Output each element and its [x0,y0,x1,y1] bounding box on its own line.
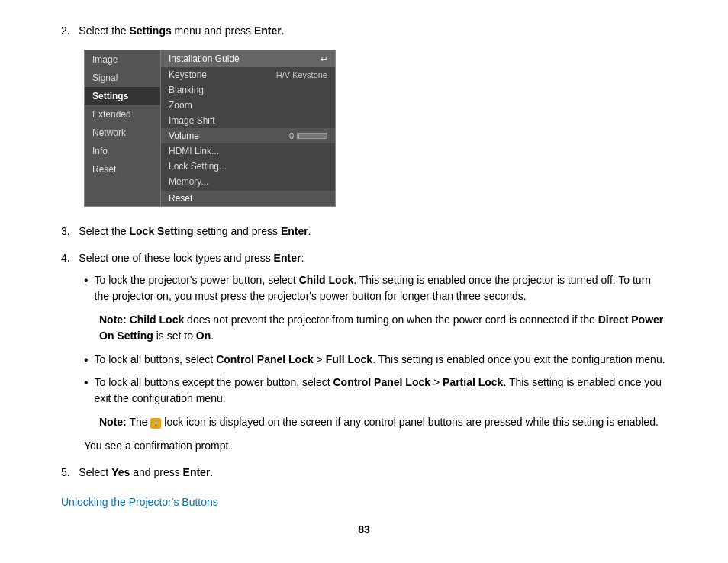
step2-suffix: menu and press [172,24,254,37]
settings-menu-screenshot: Image Signal Settings Extended Network I… [84,50,336,207]
note-1: Note: Child Lock does not prevent the pr… [99,312,667,344]
step5-end: . [210,466,213,478]
step3-bold1: Lock Setting [130,225,194,237]
menu-item-network: Network [85,124,160,142]
step2-bold2: Enter [254,24,282,37]
menu-right-volume: Volume 0 [161,128,335,143]
menu-right-hdmi: HDMI Link... [161,143,335,159]
menu-item-image: Image [85,50,160,69]
page-number: 83 [61,523,667,536]
step-4: 4. Select one of these lock types and pr… [61,250,667,454]
menu-right-zoom: Zoom [161,98,335,113]
lock-icon: 🔒 [150,418,161,429]
step3-bold2: Enter [281,225,308,237]
menu-item-signal: Signal [85,69,160,87]
step-3: 3. Select the Lock Setting setting and p… [61,224,667,240]
bullet-1: • To lock the projector's power button, … [84,272,667,344]
step3-suffix: setting and press [194,225,281,237]
volume-bar-fill [298,134,299,138]
menu-item-extended: Extended [85,105,160,124]
step5-prefix: 5. Select [61,466,111,478]
menu-right-panel: Installation Guide ↩ Keystone H/V-Keysto… [161,50,335,206]
bullet-2: • To lock all buttons, select Control Pa… [84,352,667,368]
menu-right-lock: Lock Setting... [161,159,335,174]
confirmation-text: You see a confirmation prompt. [84,438,667,454]
menu-right-reset: Reset [161,191,335,206]
step3-prefix: 3. Select the [61,225,130,237]
menu-right-header: Installation Guide ↩ [161,50,335,67]
menu-right-memory: Memory... [161,174,335,189]
step2-end: . [282,24,285,37]
menu-item-reset: Reset [85,160,160,179]
unlocking-link[interactable]: Unlocking the Projector's Buttons [61,496,218,508]
menu-left-panel: Image Signal Settings Extended Network I… [85,50,161,206]
menu-item-settings: Settings [85,87,160,105]
step2-bold1: Settings [130,24,172,37]
step5-suffix: and press [130,466,182,478]
bottom-link-container: Unlocking the Projector's Buttons [61,491,667,508]
step3-end: . [308,225,311,237]
step2-prefix: 2. Select the [61,24,130,37]
step5-bold1: Yes [111,466,130,478]
menu-right-image-shift: Image Shift [161,113,335,128]
step-5: 5. Select Yes and press Enter. [61,465,667,481]
step4-prefix: 4. Select one of these lock types and pr… [61,252,274,264]
menu-right-blanking: Blanking [161,82,335,98]
step5-bold2: Enter [183,466,211,478]
volume-bar [297,133,327,139]
note-2: Note: The 🔒 lock icon is displayed on th… [99,414,667,430]
step4-bold1: Enter [274,252,301,264]
bullet-3: • To lock all buttons except the power b… [84,375,667,430]
step4-end: : [301,252,304,264]
menu-right-keystone: Keystone H/V-Keystone [161,67,335,82]
step-2: 2. Select the Settings menu and press En… [61,23,667,207]
menu-item-info: Info [85,142,160,160]
